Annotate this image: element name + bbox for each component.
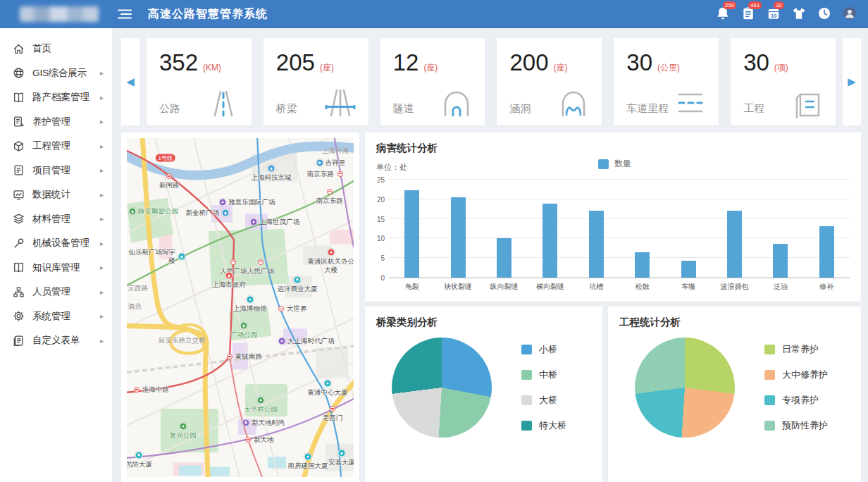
legend-label: 数量 xyxy=(614,158,631,170)
bar-泛油[interactable] xyxy=(757,180,803,278)
bar-value xyxy=(404,190,419,278)
map-label: 人民广场 xyxy=(220,267,247,276)
chevron-right-icon: ▸ xyxy=(100,69,104,77)
bar-松散[interactable] xyxy=(619,180,665,278)
legend-item-预防性养护[interactable]: 预防性养护 xyxy=(764,419,828,432)
metro-station-marker xyxy=(227,354,232,359)
legend-item-日常养护[interactable]: 日常养护 xyxy=(764,343,828,356)
map-label: 静安雕塑公园 xyxy=(138,207,178,216)
map-poi-marker xyxy=(225,272,232,280)
sidebar-item-知识库管理[interactable]: 知识库管理▸ xyxy=(0,256,112,280)
metro-station-marker xyxy=(134,387,140,393)
legend-label: 预防性养护 xyxy=(782,419,828,432)
chart-legend[interactable]: 数量 xyxy=(598,158,631,170)
legend-swatch xyxy=(598,159,609,169)
city-map[interactable]: 上海外滩1号线新闸路上海科技京城吉祥里南京东路南京东路新金桥广场雅居乐国际广场上… xyxy=(127,138,354,477)
map-label: 广场公园 xyxy=(230,330,257,340)
bar-龟裂[interactable] xyxy=(389,180,435,278)
bar-车辙[interactable] xyxy=(665,180,711,278)
bar-修补[interactable] xyxy=(804,180,850,278)
chevron-right-icon: ▸ xyxy=(100,264,104,271)
gear-icon xyxy=(13,310,25,322)
culvert-icon xyxy=(557,87,590,118)
metro-station-marker xyxy=(327,189,333,194)
maintenance-icon xyxy=(13,116,25,128)
legend-swatch xyxy=(521,421,532,431)
map-label: 大上海时代广场 xyxy=(287,337,335,346)
clock-icon[interactable] xyxy=(817,6,833,22)
stat-card-隧道[interactable]: 12(座)隧道 xyxy=(380,38,485,125)
knowledge-icon xyxy=(13,261,25,273)
map-label: 黄浦中心大厦 xyxy=(307,388,347,397)
carousel-next-button[interactable]: ▶ xyxy=(843,38,861,125)
stat-value: 30(项) xyxy=(743,49,823,76)
sidebar-item-GIS综合展示[interactable]: GIS综合展示▸ xyxy=(0,61,112,86)
stat-cards: 352(KM)公路205(座)桥梁12(座)隧道200(座)涵洞30(公里)车道… xyxy=(147,38,836,125)
bar-value xyxy=(681,261,696,278)
x-tick-label: 泛油 xyxy=(757,282,803,292)
map-label: 新天地时尚 xyxy=(252,418,285,427)
stat-card-涵洞[interactable]: 200(座)涵洞 xyxy=(497,38,602,125)
bridge-category-panel: 桥梁类别分析 小桥中桥大桥特大桥 xyxy=(365,307,602,482)
legend-label: 日常养护 xyxy=(782,343,819,356)
bar-块状裂缝[interactable] xyxy=(435,180,480,278)
sidebar-item-系统管理[interactable]: 系统管理▸ xyxy=(0,304,112,329)
org-icon xyxy=(13,286,25,298)
bar-波浪拥包[interactable] xyxy=(712,180,757,278)
y-tick-label: 25 xyxy=(368,176,385,184)
shirt-icon[interactable] xyxy=(792,6,807,22)
bar-value xyxy=(727,211,742,278)
stat-card-工程[interactable]: 30(项)工程 xyxy=(731,38,836,125)
bridge-pie-chart[interactable] xyxy=(392,338,492,438)
bar-横向裂缝[interactable] xyxy=(527,180,573,278)
map-poi-marker xyxy=(135,451,143,459)
project-pie-chart[interactable] xyxy=(635,338,735,438)
sidebar-item-路产档案管理[interactable]: 路产档案管理▸ xyxy=(0,85,112,110)
legend-item-专项养护[interactable]: 专项养护 xyxy=(764,394,828,407)
map-poi-marker xyxy=(242,419,250,426)
map-label: 上海博物馆 xyxy=(233,304,267,314)
stat-value: 12(座) xyxy=(393,49,473,76)
chevron-right-icon: ▸ xyxy=(100,191,104,199)
sidebar-item-养护管理[interactable]: 养护管理▸ xyxy=(0,110,112,135)
sidebar-item-数据统计[interactable]: 数据统计▸ xyxy=(0,183,112,207)
x-tick-label: 修补 xyxy=(804,282,850,292)
bell-icon[interactable]: 250 xyxy=(716,6,731,22)
clipboard-icon[interactable]: 461 xyxy=(741,6,757,22)
sidebar-item-自定义表单[interactable]: 自定义表单▸ xyxy=(0,328,112,353)
hamburger-menu-icon[interactable] xyxy=(117,8,132,20)
x-tick-label: 松散 xyxy=(619,282,665,292)
stat-card-桥梁[interactable]: 205(座)桥梁 xyxy=(264,38,368,125)
legend-item-特大桥[interactable]: 特大桥 xyxy=(521,419,566,432)
stat-card-公路[interactable]: 352(KM)公路 xyxy=(147,38,252,125)
legend-item-大中修养护[interactable]: 大中修养护 xyxy=(764,369,828,381)
map-label: 南京东路 xyxy=(307,169,334,178)
legend-item-小桥[interactable]: 小桥 xyxy=(521,343,566,356)
sidebar-item-材料管理[interactable]: 材料管理▸ xyxy=(0,207,112,232)
archive-icon xyxy=(13,92,25,104)
carousel-prev-button[interactable]: ◀ xyxy=(121,38,140,125)
map-poi-marker xyxy=(222,209,230,217)
sidebar-item-机械设备管理[interactable]: 机械设备管理▸ xyxy=(0,231,112,256)
map-label: 安基大厦 xyxy=(328,458,354,467)
bar-坑槽[interactable] xyxy=(574,180,619,278)
calendar-icon[interactable]: 1032 xyxy=(767,6,782,22)
app-title: 高速公路智慧管养系统 xyxy=(148,7,268,22)
header-actions: 2504611032 xyxy=(716,6,858,22)
legend-item-中桥[interactable]: 中桥 xyxy=(521,369,566,381)
sidebar-item-首页[interactable]: 首页 xyxy=(0,37,112,61)
sidebar-item-项目管理[interactable]: 项目管理▸ xyxy=(0,159,112,183)
stat-card-车道里程[interactable]: 30(公里)车道里程 xyxy=(614,38,719,125)
sidebar-item-label: 材料管理 xyxy=(32,213,100,225)
avatar-icon[interactable] xyxy=(843,6,858,22)
tunnel-icon xyxy=(440,87,473,118)
stat-cards-carousel: ◀ 352(KM)公路205(座)桥梁12(座)隧道200(座)涵洞30(公里)… xyxy=(121,38,861,125)
stat-value: 205(座) xyxy=(276,49,356,76)
sidebar-item-工程管理[interactable]: 工程管理▸ xyxy=(0,134,112,159)
bar-纵向裂缝[interactable] xyxy=(481,180,527,278)
legend-item-大桥[interactable]: 大桥 xyxy=(521,394,566,407)
road-icon xyxy=(206,87,240,118)
sidebar-item-人员管理[interactable]: 人员管理▸ xyxy=(0,280,112,304)
stat-value: 200(座) xyxy=(509,49,589,76)
legend-label: 大桥 xyxy=(539,394,557,407)
